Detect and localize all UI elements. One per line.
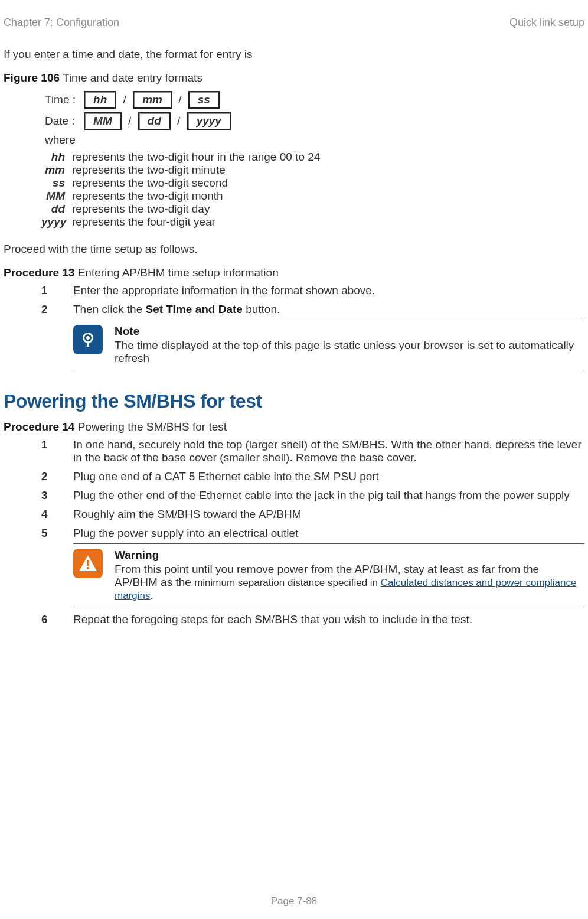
- def-val: represents the two-digit minute: [72, 164, 584, 177]
- step-body: Then click the Set Time and Date button.: [73, 303, 584, 370]
- def-key: yyyy: [41, 216, 72, 229]
- procedure14-caption: Procedure 14 Powering the SM/BHS for tes…: [4, 421, 584, 434]
- procedure13-label: Procedure 13: [4, 266, 74, 279]
- warning-body: From this point until you remove power f…: [115, 563, 584, 602]
- step-body: Repeat the foregoing steps for each SM/B…: [73, 613, 584, 626]
- def-key: mm: [41, 164, 72, 177]
- procedure14-label: Procedure 14: [4, 421, 74, 433]
- separator: /: [121, 93, 129, 106]
- note-title: Note: [115, 325, 584, 338]
- step-number: 6: [41, 613, 73, 626]
- procedure14-title: Powering the SM/BHS for test: [74, 421, 227, 433]
- step-body: Plug the other end of the Ethernet cable…: [73, 489, 584, 502]
- step-body: Plug the power supply into an electrical…: [73, 527, 584, 607]
- page-footer: Page 7-88: [4, 895, 584, 907]
- svg-rect-5: [87, 560, 89, 566]
- set-time-date-button-label: Set Time and Date: [146, 303, 243, 315]
- time-ss-box: ss: [188, 91, 220, 109]
- def-key: ss: [41, 177, 72, 190]
- svg-rect-6: [87, 567, 89, 569]
- note-icon: [73, 325, 103, 354]
- step2-post: button.: [243, 303, 280, 315]
- step-number: 1: [41, 284, 73, 297]
- warning-small: minimum separation distance specified in: [194, 577, 381, 588]
- svg-point-3: [86, 336, 90, 340]
- figure-label: Figure 106: [4, 71, 60, 84]
- step-number: 3: [41, 489, 73, 502]
- note-body: The time displayed at the top of this pa…: [115, 339, 584, 365]
- def-key: hh: [41, 151, 72, 164]
- header-right: Quick link setup: [509, 17, 584, 29]
- def-val: represents the two-digit hour in the ran…: [72, 151, 584, 164]
- step-number: 5: [41, 527, 73, 607]
- intro-text: If you enter a time and date, the format…: [4, 48, 584, 61]
- time-label: Time :: [41, 89, 79, 110]
- note-callout: Note The time displayed at the top of th…: [73, 320, 584, 370]
- step-number: 1: [41, 438, 73, 464]
- step-body: Roughly aim the SM/BHS toward the AP/BHM: [73, 508, 584, 521]
- date-mm-box: MM: [84, 112, 122, 130]
- procedure13-steps: 1 Enter the appropriate information in t…: [41, 284, 584, 370]
- def-val: represents the two-digit day: [72, 203, 584, 216]
- procedure13-caption: Procedure 13 Entering AP/BHM time setup …: [4, 266, 584, 279]
- figure-caption: Figure 106 Time and date entry formats: [4, 71, 584, 84]
- def-key: dd: [41, 203, 72, 216]
- step-body: Enter the appropriate information in the…: [73, 284, 584, 297]
- format-table: Time : hh / mm / ss Date : MM / dd / yyy…: [41, 89, 236, 148]
- warning-post: .: [150, 590, 153, 601]
- svg-rect-1: [87, 342, 89, 347]
- def-key: MM: [41, 190, 72, 203]
- warning-title: Warning: [115, 549, 584, 562]
- separator: /: [175, 115, 182, 128]
- warning-icon: [73, 549, 103, 578]
- where-label: where: [41, 132, 79, 148]
- time-mm-box: mm: [133, 91, 172, 109]
- warning-callout: Warning From this point until you remove…: [73, 543, 584, 607]
- date-label: Date :: [41, 110, 79, 132]
- page-header: Chapter 7: Configuration Quick link setu…: [4, 17, 584, 29]
- proceed-text: Proceed with the time setup as follows.: [4, 243, 584, 256]
- step-number: 2: [41, 470, 73, 483]
- figure-title: Time and date entry formats: [60, 71, 202, 84]
- date-dd-box: dd: [138, 112, 171, 130]
- section-heading: Powering the SM/BHS for test: [4, 390, 584, 412]
- procedure13-title: Entering AP/BHM time setup information: [74, 266, 278, 279]
- header-left: Chapter 7: Configuration: [4, 17, 119, 29]
- step-number: 2: [41, 303, 73, 370]
- separator: /: [126, 115, 133, 128]
- def-val: represents the two-digit month: [72, 190, 584, 203]
- date-yyyy-box: yyyy: [187, 112, 231, 130]
- step-number: 4: [41, 508, 73, 521]
- def-val: represents the four-digit year: [72, 216, 584, 229]
- def-val: represents the two-digit second: [72, 177, 584, 190]
- step-body: In one hand, securely hold the top (larg…: [73, 438, 584, 464]
- step-body: Plug one end of a CAT 5 Ethernet cable i…: [73, 470, 584, 483]
- definitions-list: hhrepresents the two-digit hour in the r…: [41, 151, 584, 229]
- time-hh-box: hh: [84, 91, 116, 109]
- step2-pre: Then click the: [73, 303, 146, 315]
- separator: /: [176, 93, 184, 106]
- procedure14-steps: 1 In one hand, securely hold the top (la…: [41, 438, 584, 626]
- step5-text: Plug the power supply into an electrical…: [73, 527, 298, 539]
